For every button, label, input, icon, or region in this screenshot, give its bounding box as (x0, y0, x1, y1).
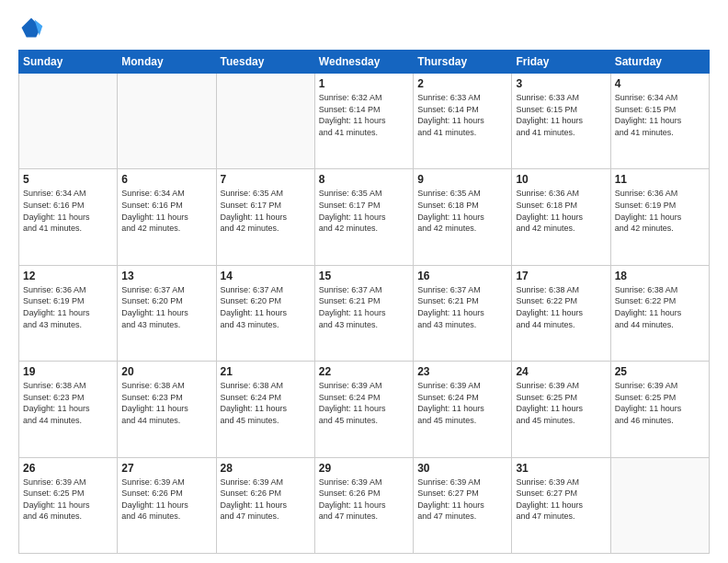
day-cell (216, 74, 314, 169)
day-cell: 31Sunrise: 6:39 AM Sunset: 6:27 PM Dayli… (512, 457, 610, 553)
day-number: 8 (319, 173, 409, 186)
day-info: Sunrise: 6:35 AM Sunset: 6:18 PM Dayligh… (417, 188, 507, 234)
day-info: Sunrise: 6:39 AM Sunset: 6:25 PM Dayligh… (615, 380, 705, 426)
day-info: Sunrise: 6:39 AM Sunset: 6:24 PM Dayligh… (319, 380, 409, 426)
day-number: 23 (417, 365, 507, 378)
day-number: 4 (615, 77, 705, 90)
day-cell: 16Sunrise: 6:37 AM Sunset: 6:21 PM Dayli… (414, 265, 512, 361)
header (18, 15, 710, 40)
day-number: 18 (615, 270, 705, 282)
day-info: Sunrise: 6:32 AM Sunset: 6:14 PM Dayligh… (319, 92, 409, 138)
day-number: 9 (417, 173, 507, 186)
day-info: Sunrise: 6:39 AM Sunset: 6:25 PM Dayligh… (23, 477, 113, 523)
day-number: 2 (417, 77, 507, 90)
day-info: Sunrise: 6:39 AM Sunset: 6:27 PM Dayligh… (417, 477, 507, 523)
day-number: 1 (319, 77, 409, 90)
day-number: 26 (23, 462, 113, 475)
day-info: Sunrise: 6:37 AM Sunset: 6:21 PM Dayligh… (319, 284, 409, 330)
day-cell: 6Sunrise: 6:34 AM Sunset: 6:16 PM Daylig… (118, 169, 216, 265)
day-cell: 10Sunrise: 6:36 AM Sunset: 6:18 PM Dayli… (512, 169, 610, 265)
day-cell: 7Sunrise: 6:35 AM Sunset: 6:17 PM Daylig… (216, 169, 314, 265)
day-cell: 4Sunrise: 6:34 AM Sunset: 6:15 PM Daylig… (610, 74, 709, 169)
day-number: 11 (615, 173, 705, 186)
header-cell-thursday: Thursday (414, 51, 512, 74)
day-cell: 11Sunrise: 6:36 AM Sunset: 6:19 PM Dayli… (610, 169, 709, 265)
day-info: Sunrise: 6:34 AM Sunset: 6:16 PM Dayligh… (23, 188, 113, 234)
day-info: Sunrise: 6:38 AM Sunset: 6:24 PM Dayligh… (221, 380, 311, 426)
day-number: 12 (23, 270, 113, 282)
day-info: Sunrise: 6:38 AM Sunset: 6:22 PM Dayligh… (516, 284, 606, 330)
day-number: 16 (417, 270, 507, 282)
logo (18, 15, 48, 40)
header-cell-sunday: Sunday (19, 51, 118, 74)
day-cell: 8Sunrise: 6:35 AM Sunset: 6:17 PM Daylig… (314, 169, 413, 265)
day-cell: 12Sunrise: 6:36 AM Sunset: 6:19 PM Dayli… (19, 265, 118, 361)
day-cell: 13Sunrise: 6:37 AM Sunset: 6:20 PM Dayli… (118, 265, 216, 361)
day-cell: 20Sunrise: 6:38 AM Sunset: 6:23 PM Dayli… (118, 362, 216, 457)
day-cell: 30Sunrise: 6:39 AM Sunset: 6:27 PM Dayli… (414, 457, 512, 553)
day-info: Sunrise: 6:36 AM Sunset: 6:18 PM Dayligh… (516, 188, 606, 234)
day-cell (19, 74, 118, 169)
header-cell-wednesday: Wednesday (314, 51, 413, 74)
day-cell: 15Sunrise: 6:37 AM Sunset: 6:21 PM Dayli… (314, 265, 413, 361)
day-cell: 2Sunrise: 6:33 AM Sunset: 6:14 PM Daylig… (414, 74, 512, 169)
day-number: 24 (516, 365, 606, 378)
day-info: Sunrise: 6:35 AM Sunset: 6:17 PM Dayligh… (319, 188, 409, 234)
header-cell-friday: Friday (512, 51, 610, 74)
day-cell (610, 457, 709, 553)
day-number: 5 (23, 173, 113, 186)
day-number: 22 (319, 365, 409, 378)
day-cell: 26Sunrise: 6:39 AM Sunset: 6:25 PM Dayli… (19, 457, 118, 553)
day-cell: 24Sunrise: 6:39 AM Sunset: 6:25 PM Dayli… (512, 362, 610, 457)
day-number: 19 (23, 365, 113, 378)
calendar-header: SundayMondayTuesdayWednesdayThursdayFrid… (19, 51, 710, 74)
day-number: 13 (121, 270, 211, 282)
day-info: Sunrise: 6:39 AM Sunset: 6:27 PM Dayligh… (516, 477, 606, 523)
day-info: Sunrise: 6:39 AM Sunset: 6:26 PM Dayligh… (221, 477, 311, 523)
day-number: 29 (319, 462, 409, 475)
day-cell: 14Sunrise: 6:37 AM Sunset: 6:20 PM Dayli… (216, 265, 314, 361)
header-cell-monday: Monday (118, 51, 216, 74)
day-info: Sunrise: 6:39 AM Sunset: 6:26 PM Dayligh… (319, 477, 409, 523)
week-row-1: 1Sunrise: 6:32 AM Sunset: 6:14 PM Daylig… (19, 74, 710, 169)
calendar: SundayMondayTuesdayWednesdayThursdayFrid… (18, 50, 710, 554)
calendar-body: 1Sunrise: 6:32 AM Sunset: 6:14 PM Daylig… (19, 74, 710, 554)
day-info: Sunrise: 6:33 AM Sunset: 6:15 PM Dayligh… (516, 92, 606, 138)
day-info: Sunrise: 6:39 AM Sunset: 6:24 PM Dayligh… (417, 380, 507, 426)
day-cell (118, 74, 216, 169)
week-row-4: 19Sunrise: 6:38 AM Sunset: 6:23 PM Dayli… (19, 362, 710, 457)
day-info: Sunrise: 6:39 AM Sunset: 6:26 PM Dayligh… (121, 477, 211, 523)
day-info: Sunrise: 6:38 AM Sunset: 6:23 PM Dayligh… (121, 380, 211, 426)
day-cell: 23Sunrise: 6:39 AM Sunset: 6:24 PM Dayli… (414, 362, 512, 457)
day-info: Sunrise: 6:36 AM Sunset: 6:19 PM Dayligh… (23, 284, 113, 330)
day-cell: 5Sunrise: 6:34 AM Sunset: 6:16 PM Daylig… (19, 169, 118, 265)
day-number: 25 (615, 365, 705, 378)
header-row: SundayMondayTuesdayWednesdayThursdayFrid… (19, 51, 710, 74)
day-number: 10 (516, 173, 606, 186)
day-cell: 29Sunrise: 6:39 AM Sunset: 6:26 PM Dayli… (314, 457, 413, 553)
day-cell: 17Sunrise: 6:38 AM Sunset: 6:22 PM Dayli… (512, 265, 610, 361)
day-number: 17 (516, 270, 606, 282)
week-row-3: 12Sunrise: 6:36 AM Sunset: 6:19 PM Dayli… (19, 265, 710, 361)
day-info: Sunrise: 6:39 AM Sunset: 6:25 PM Dayligh… (516, 380, 606, 426)
logo-icon (18, 15, 44, 40)
day-number: 3 (516, 77, 606, 90)
day-cell: 28Sunrise: 6:39 AM Sunset: 6:26 PM Dayli… (216, 457, 314, 553)
day-cell: 9Sunrise: 6:35 AM Sunset: 6:18 PM Daylig… (414, 169, 512, 265)
day-cell: 3Sunrise: 6:33 AM Sunset: 6:15 PM Daylig… (512, 74, 610, 169)
day-number: 15 (319, 270, 409, 282)
week-row-2: 5Sunrise: 6:34 AM Sunset: 6:16 PM Daylig… (19, 169, 710, 265)
day-number: 28 (221, 462, 311, 475)
day-info: Sunrise: 6:37 AM Sunset: 6:20 PM Dayligh… (221, 284, 311, 330)
day-cell: 27Sunrise: 6:39 AM Sunset: 6:26 PM Dayli… (118, 457, 216, 553)
day-info: Sunrise: 6:38 AM Sunset: 6:22 PM Dayligh… (615, 284, 705, 330)
day-number: 30 (417, 462, 507, 475)
day-number: 6 (121, 173, 211, 186)
day-number: 20 (121, 365, 211, 378)
header-cell-tuesday: Tuesday (216, 51, 314, 74)
header-cell-saturday: Saturday (610, 51, 709, 74)
day-number: 21 (221, 365, 311, 378)
day-info: Sunrise: 6:33 AM Sunset: 6:14 PM Dayligh… (417, 92, 507, 138)
week-row-5: 26Sunrise: 6:39 AM Sunset: 6:25 PM Dayli… (19, 457, 710, 553)
day-info: Sunrise: 6:37 AM Sunset: 6:21 PM Dayligh… (417, 284, 507, 330)
